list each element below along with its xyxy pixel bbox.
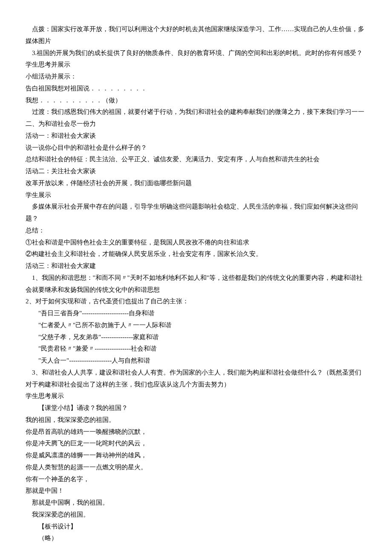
text-line: "吾日三省吾身"----------------------自身和谐 bbox=[26, 308, 366, 320]
text-line: 你是人类智慧的起源一一点燃文明的星火。 bbox=[26, 462, 366, 474]
text-line: "天人合一"--------------------人与自然和谐 bbox=[26, 355, 366, 367]
text-line: 2、对于如何实现和谐，古代圣贤们也提出了自己的主张： bbox=[26, 296, 366, 308]
text-line: 点拨：国家实行改革开放，我们可以利用这个大好的时机去其他国家继续深造学习、工作…… bbox=[26, 23, 366, 47]
text-line: 总结： bbox=[26, 225, 366, 237]
text-line: 我想．．．．．．．．．．（做） bbox=[26, 95, 366, 107]
text-line: 活动一：和谐社会大家谈 bbox=[26, 130, 366, 142]
text-line: "父慈子孝，兄友弟恭"---------------家庭和谐 bbox=[26, 331, 366, 343]
text-line: 活动三：和谐社会大家建 bbox=[26, 260, 366, 272]
text-line: 告白祖国我想对祖国说．．．．．．．．． bbox=[26, 83, 366, 95]
text-line: 你是昂首高吭的雄鸡一一唤醒拂晓的沉默， bbox=[26, 426, 366, 438]
text-line: 我的祖国，我深深爱恋的祖国。 bbox=[26, 414, 366, 426]
text-line: 你有一个神圣的名字， bbox=[26, 474, 366, 485]
text-line: 学生思考并展示 bbox=[26, 59, 366, 71]
text-line: 总结和谐社会的特征：民主法治、公平正义、诚信友爱、充满活力、安定有序，人与自然和… bbox=[26, 154, 366, 166]
text-line: 你是冲天腾飞的巨龙一一叱咤时代的风云， bbox=[26, 438, 366, 450]
text-line: 你是威风凛凛的雄狮一一舞动神州的雄风， bbox=[26, 450, 366, 462]
text-line: "民贵君轻〃"兼爱〃-----------------社会和谐 bbox=[26, 343, 366, 355]
text-line: 改革开放以来，伴随经济社会的开展，我们面临哪些新问题 bbox=[26, 177, 366, 189]
text-line: 我深深爱恋的祖国。 bbox=[26, 509, 366, 521]
text-line: 二、为和谐社会尽一份力 bbox=[26, 118, 366, 130]
text-line: 【板书设计】 bbox=[26, 521, 366, 533]
document-body: 点拨：国家实行改革开放，我们可以利用这个大好的时机去其他国家继续深造学习、工作…… bbox=[26, 23, 366, 544]
text-line: 过渡：我们感恩我们伟大的祖国，就要付诸于行动，为我们和谐社会的建构奉献我们的微薄… bbox=[26, 106, 366, 118]
text-line: 小组活动并展示： bbox=[26, 71, 366, 83]
text-line: 【课堂小结】诵读？我的祖国？ bbox=[26, 402, 366, 414]
text-line: ①社会和谐是中国特色社会主义的重要特征，是我国人民孜孜不倦的向往和追求 bbox=[26, 237, 366, 249]
text-line: 1、我国的和谐思想："和而不同〃"天时不如地利地利不如人和"等，这些都是我们的传… bbox=[26, 272, 366, 296]
text-line: 说一说你心目中的和谐社会是什么样子的？ bbox=[26, 142, 366, 154]
text-line: 3、和谐社会人人共享，建设和谐社会人人有责。作为国家的小主人，我们能为构崖和谐社… bbox=[26, 367, 366, 391]
text-line: 那就是中国！ bbox=[26, 485, 366, 497]
text-line: 3.祖国的开展为我们的成长提供了良好的物质条件、良好的教育环境、广阔的空间和出彩… bbox=[26, 47, 366, 59]
text-line: "仁者爱人〃"己所不欲勿施于人〃一一人际和谐 bbox=[26, 320, 366, 331]
text-line: 多媒体展示社会开展中存在的问题，引导学生明确这些问题影响社会稳定、人民生活的幸福… bbox=[26, 201, 366, 225]
text-line: ②构建社会主义和谐社会，才能确保人民安居乐业，社会安定有序，国家长治久安。 bbox=[26, 248, 366, 260]
text-line: 学生思考展示 bbox=[26, 390, 366, 402]
text-line: 那就是中国啊，我的祖国。 bbox=[26, 497, 366, 509]
text-line: 学生展示 bbox=[26, 189, 366, 201]
text-line: 活动二：关注社会大家谈 bbox=[26, 166, 366, 177]
text-line: （略） bbox=[26, 532, 366, 544]
